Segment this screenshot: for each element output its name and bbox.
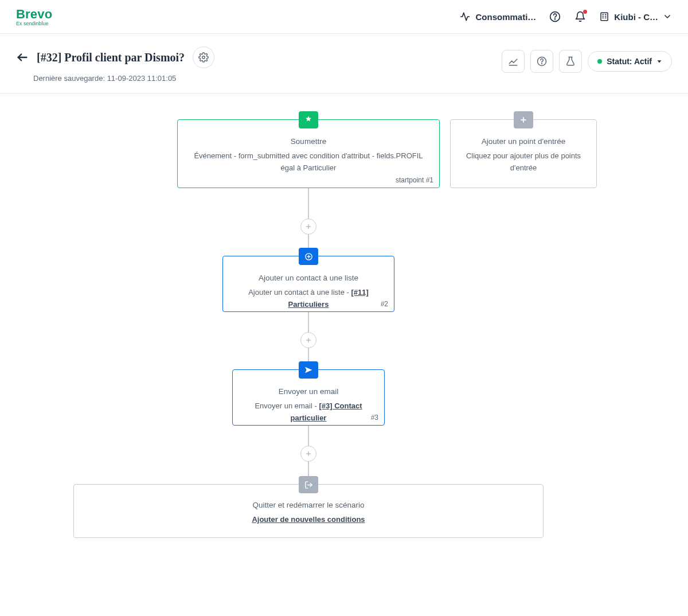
brand-sub: Ex sendinblue (16, 21, 52, 26)
exit-icon (299, 476, 318, 493)
connector (308, 188, 309, 220)
send-icon (299, 361, 318, 379)
node-id: #2 (381, 300, 388, 308)
node-add-entrypoint[interactable]: Ajouter un point d'entrée Cliquez pour a… (450, 119, 597, 188)
topbar-right: Consommati… Kiubi - C… (459, 10, 673, 23)
activity-icon (459, 10, 471, 23)
add-step-button[interactable] (300, 219, 316, 235)
org-selector[interactable]: Kiubi - C… (599, 11, 672, 22)
page-header-left: [#32] Profil client par Dismoi? Dernière… (16, 46, 214, 83)
add-contact-icon (299, 248, 318, 265)
org-label: Kiubi - C… (614, 12, 658, 22)
back-button[interactable] (16, 51, 29, 64)
brand-name: Brevo (16, 7, 52, 22)
status-dot-icon (597, 59, 602, 64)
node-body: Ajouter de nouvelles conditions (74, 514, 543, 536)
workflow-canvas[interactable]: Soumettre Événement - form_submitted ave… (0, 93, 688, 564)
node-send-email[interactable]: Envoyer un email Envoyer un email - [#3]… (232, 369, 385, 426)
page-title: [#32] Profil client par Dismoi? (37, 51, 185, 64)
svg-marker-15 (658, 60, 662, 63)
node-body: Ajouter un contact à une liste - [#11] P… (223, 287, 394, 321)
node-add-to-list[interactable]: Ajouter un contact à une liste Ajouter u… (222, 256, 394, 312)
usage-link[interactable]: Consommati… (459, 10, 537, 23)
node-title: Ajouter un contact à une liste (223, 274, 394, 282)
add-step-button[interactable] (300, 332, 316, 348)
svg-point-1 (555, 19, 556, 20)
test-button[interactable] (559, 50, 582, 73)
node-startpoint[interactable]: Soumettre Événement - form_submitted ave… (177, 119, 440, 188)
svg-point-10 (202, 56, 205, 59)
usage-label: Consommati… (476, 12, 537, 22)
svg-rect-2 (601, 13, 608, 21)
settings-button[interactable] (193, 46, 214, 68)
building-icon (599, 11, 609, 22)
bell-icon[interactable] (574, 10, 587, 23)
add-step-button[interactable] (300, 446, 316, 462)
node-body: Cliquez pour ajouter plus de points d'en… (451, 150, 596, 185)
stats-button[interactable] (502, 50, 525, 73)
help-icon[interactable] (549, 10, 561, 23)
caret-down-icon (656, 59, 662, 64)
brand-logo[interactable]: Brevo Ex sendinblue (16, 7, 52, 26)
notification-dot (583, 10, 587, 14)
status-selector[interactable]: Statut: Actif (588, 51, 672, 72)
event-icon (299, 111, 318, 128)
node-title: Envoyer un email (233, 387, 384, 396)
node-body-prefix: Envoyer un email - (255, 401, 319, 410)
status-label: Statut: Actif (607, 57, 652, 66)
chevron-down-icon (663, 12, 672, 21)
node-id: #3 (371, 414, 378, 422)
node-id: startpoint #1 (396, 176, 433, 184)
node-exit[interactable]: Quitter et redémarrer le scénario Ajoute… (73, 484, 544, 538)
help-button[interactable] (530, 50, 553, 73)
plus-icon (514, 111, 533, 128)
node-title: Quitter et redémarrer le scénario (74, 501, 543, 509)
node-title: Ajouter un point d'entrée (451, 137, 596, 146)
topbar: Brevo Ex sendinblue Consommati… Kiubi - … (0, 0, 688, 34)
node-link[interactable]: Ajouter de nouvelles conditions (252, 515, 365, 524)
page-header: [#32] Profil client par Dismoi? Dernière… (0, 34, 688, 93)
page-header-right: Statut: Actif (502, 50, 672, 73)
last-saved: Dernière sauvegarde: 11-09-2023 11:01:05 (16, 74, 214, 83)
node-body: Envoyer un email - [#3] Contact particul… (233, 400, 384, 435)
svg-point-13 (542, 63, 542, 64)
node-body-prefix: Ajouter un contact à une liste - (248, 288, 351, 297)
title-row: [#32] Profil client par Dismoi? (16, 46, 214, 68)
node-title: Soumettre (178, 137, 439, 146)
